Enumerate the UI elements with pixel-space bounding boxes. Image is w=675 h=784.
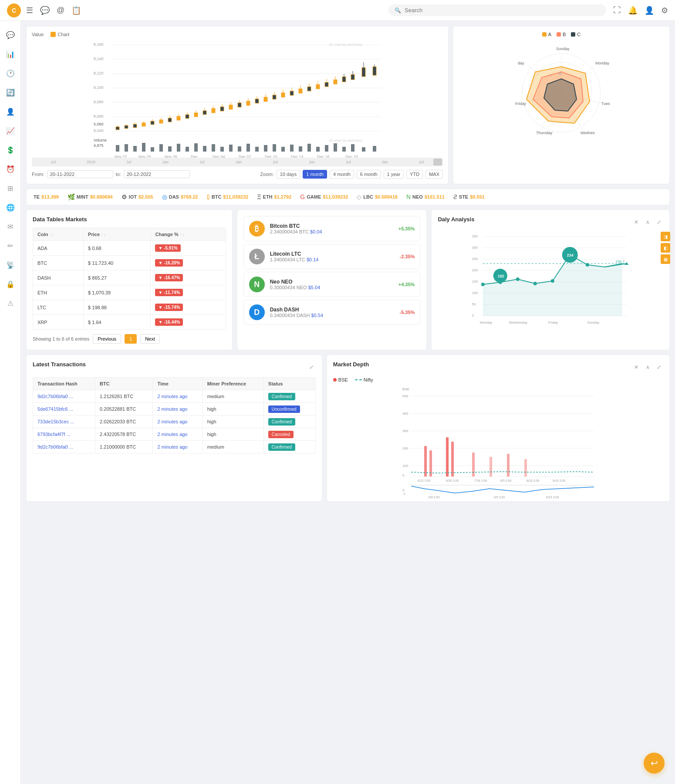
tx-expand-icon[interactable]: ⤢ <box>307 363 316 372</box>
svg-rect-81 <box>151 147 154 152</box>
status-badge: Confirmed <box>268 443 295 451</box>
ticker-name-lbc: LBC <box>363 194 373 199</box>
svg-rect-98 <box>299 146 302 152</box>
crypto-card[interactable]: ₿ Bitcoin BTC 2.340000434 BTC $0.04 +5.3… <box>243 216 421 241</box>
chart-scroll-handle[interactable] <box>433 159 442 166</box>
sidebar-item-money[interactable]: 💲 <box>2 141 19 159</box>
status-badge: Canceled <box>268 431 294 438</box>
sidebar-item-user[interactable]: 👤 <box>2 103 19 120</box>
depth-up-icon[interactable]: ∧ <box>643 363 652 372</box>
settings-icon[interactable]: ⚙ <box>661 6 668 15</box>
crypto-price: $0.14 <box>307 257 319 262</box>
tx-link[interactable]: 6793bcfa4f7f ... <box>37 432 71 437</box>
sidebar-item-charts[interactable]: 📈 <box>2 122 19 139</box>
ticker-btc[interactable]: ₿ BTC $11,039232 <box>207 193 249 200</box>
prev-button[interactable]: Previous <box>93 334 121 344</box>
ticker-te[interactable]: TE $13,399 <box>34 193 59 200</box>
da-icon-2[interactable]: ◧ <box>661 243 670 253</box>
sidebar-item-edit[interactable]: ✏ <box>2 237 19 254</box>
crypto-name: Neo NEO <box>270 279 393 285</box>
analysis-expand-icon[interactable]: ⤢ <box>655 218 663 226</box>
sidebar-item-globe[interactable]: 🌐 <box>2 199 19 216</box>
crypto-card[interactable]: Ł Litecoin LTC 1.34000434 LTC $0.14 -2.3… <box>243 244 421 269</box>
zoom-10days[interactable]: 10 days <box>277 170 300 179</box>
tx-hash: 6793bcfa4f7f ... <box>33 428 95 441</box>
next-button[interactable]: Next <box>140 334 160 344</box>
ticker-iot[interactable]: ⚙ IOT $2.555 <box>122 193 153 200</box>
da-icon-1[interactable]: ◨ <box>661 232 670 241</box>
svg-text:182: 182 <box>498 274 504 278</box>
ticker-neo[interactable]: N NEO $161.511 <box>406 193 445 200</box>
ticker-name-eth: ETH <box>263 194 273 199</box>
sidebar-item-signal[interactable]: 📡 <box>2 256 19 274</box>
tx-hash: 9d2c7b06bfa0 ... <box>33 441 95 453</box>
ticker-eth[interactable]: Ξ ETH $1.2792 <box>257 193 291 200</box>
crypto-card[interactable]: N Neo NEO 0.30000434 NEO $5.04 +4.35% <box>243 272 421 297</box>
zoom-1year[interactable]: 1 year <box>384 170 404 179</box>
at-icon[interactable]: @ <box>57 6 64 15</box>
zoom-1month[interactable]: 1 month <box>303 170 327 179</box>
ticker-das[interactable]: ◎ DAS $769.22 <box>162 193 198 200</box>
crypto-change: +4.35% <box>398 282 415 287</box>
sidebar-item-mail[interactable]: ✉ <box>2 218 19 235</box>
chart-scroll-bar[interactable]: Jul2018JulJanJulJanJulJanJulJanJul <box>32 158 443 166</box>
zoom-6month[interactable]: 6 month <box>357 170 381 179</box>
tx-row: 9d2c7b06bfa0 ... 1.2126281 BTC 2 minutes… <box>33 390 316 403</box>
svg-rect-102 <box>334 143 337 152</box>
notification-icon[interactable]: 🔔 <box>628 6 638 15</box>
depth-close-icon[interactable]: ✕ <box>632 363 641 372</box>
cell-change: ▼ -15.74% <box>151 300 226 315</box>
cell-price: $ 0.68 <box>84 241 151 256</box>
search-input[interactable] <box>405 7 600 14</box>
tx-miner: high <box>202 428 263 441</box>
ticker-ste[interactable]: Ƨ STE $0.551 <box>453 193 485 200</box>
ticker-lbc[interactable]: ◇ LBC $0.589418 <box>357 193 398 200</box>
zoom-4month[interactable]: 4 month <box>330 170 354 179</box>
page-1-button[interactable]: 1 <box>125 334 137 344</box>
sidebar-item-refresh[interactable]: 🔄 <box>2 84 19 101</box>
radar-legend: A B C <box>542 32 581 37</box>
date-to-input[interactable] <box>124 170 190 178</box>
sidebar-item-alert[interactable]: ⚠ <box>2 294 19 312</box>
ticker-game[interactable]: G GAME $11,039232 <box>300 193 348 200</box>
table-row: BTC $ 11,723.40 ▼ -16.20% <box>33 256 226 270</box>
ticker-price-neo: $161.511 <box>425 194 445 199</box>
ticker-mint[interactable]: 🌿 MINT $0.880694 <box>68 193 113 200</box>
zoom-label: Zoom: <box>260 172 274 177</box>
fullscreen-icon[interactable]: ⛶ <box>613 6 621 15</box>
chat-icon[interactable]: 💬 <box>40 6 50 15</box>
tx-link[interactable]: 9d2c7b06bfa0 ... <box>37 444 73 449</box>
cell-price: $ 1,070.39 <box>84 285 151 300</box>
app-logo[interactable]: C <box>7 3 21 17</box>
analysis-up-icon[interactable]: ∧ <box>643 218 652 226</box>
col-price: Price ↑↓ <box>84 228 151 241</box>
depth-expand-icon[interactable]: ⤢ <box>655 363 663 372</box>
tx-link[interactable]: 733de15b3cec ... <box>37 419 74 424</box>
user-icon[interactable]: 👤 <box>645 6 654 15</box>
svg-rect-48 <box>255 99 259 103</box>
sidebar-item-lock[interactable]: 🔒 <box>2 275 19 293</box>
zoom-ytd[interactable]: YTD <box>406 170 423 179</box>
bse-label: BSE <box>338 377 348 382</box>
da-icon-3[interactable]: ▦ <box>661 254 670 264</box>
svg-text:6/8 2:00: 6/8 2:00 <box>429 496 439 499</box>
analysis-close-icon[interactable]: ✕ <box>632 218 641 226</box>
crypto-amount: 0.30000434 NEO $5.04 <box>270 285 393 290</box>
sidebar-item-stats[interactable]: 📊 <box>2 45 19 63</box>
clipboard-icon[interactable]: 📋 <box>71 6 81 15</box>
menu-icon[interactable]: ☰ <box>26 6 33 15</box>
svg-text:200: 200 <box>402 446 408 450</box>
zoom-max[interactable]: MAX <box>425 170 443 179</box>
crypto-card[interactable]: D Dash DASH 0.34000434 DASH $0.54 -5.35% <box>243 300 421 325</box>
sidebar-item-history[interactable]: 🕐 <box>2 64 19 82</box>
nifty-dash <box>355 379 362 380</box>
tx-link[interactable]: 9d2c7b06bfa0 ... <box>37 394 73 399</box>
search-box[interactable]: 🔍 <box>388 4 606 16</box>
sidebar-item-grid[interactable]: ⊞ <box>2 179 19 197</box>
radar-label-c: C <box>577 32 580 37</box>
date-from-input[interactable] <box>47 170 113 178</box>
sidebar-item-chat[interactable]: 💬 <box>2 26 19 44</box>
sidebar-item-clock[interactable]: ⏰ <box>2 160 19 178</box>
tx-link[interactable]: 5de67415bfc6 ... <box>37 406 73 412</box>
svg-text:8/23 2:00: 8/23 2:00 <box>526 479 539 482</box>
